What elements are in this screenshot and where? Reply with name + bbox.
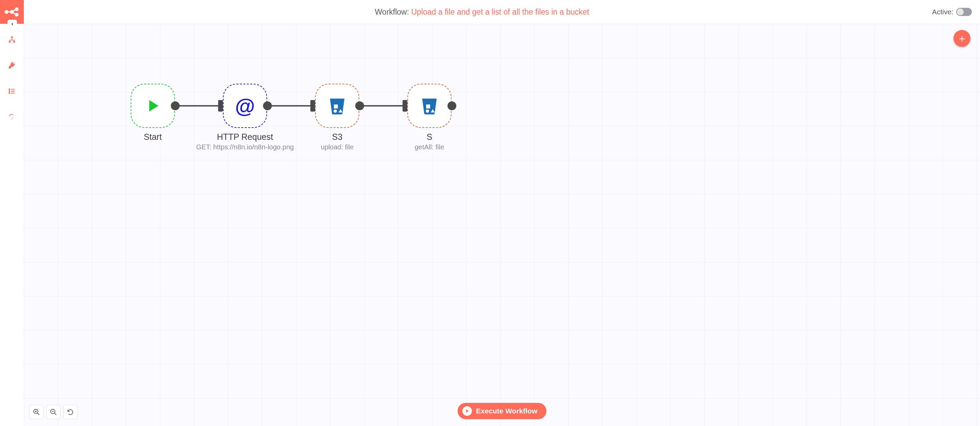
execute-label: Execute Workflow — [476, 407, 538, 415]
zoom-in-button[interactable] — [29, 405, 43, 419]
sidebar-item-executions[interactable] — [6, 85, 18, 97]
zoom-out-icon — [50, 408, 57, 416]
active-label: Active: — [932, 8, 953, 16]
topbar: Workflow: Upload a file and get a list o… — [24, 0, 980, 24]
svg-line-21 — [37, 413, 40, 415]
workflow-name: Upload a file and get a list of all the … — [411, 8, 589, 16]
n8n-logo-icon — [5, 5, 19, 19]
svg-line-25 — [54, 413, 56, 415]
active-toggle[interactable] — [956, 8, 972, 16]
reset-zoom-button[interactable] — [63, 405, 78, 419]
svg-rect-5 — [9, 41, 11, 43]
node-start[interactable]: Start — [130, 84, 175, 128]
svg-rect-18 — [426, 105, 430, 108]
input-port[interactable] — [402, 100, 407, 111]
sidebar: › — [0, 0, 24, 426]
input-port[interactable] — [218, 100, 223, 111]
toggle-knob — [957, 8, 964, 15]
plus-icon: ＋ — [957, 32, 967, 46]
execute-workflow-button[interactable]: Execute Workflow — [458, 403, 546, 419]
sidebar-item-help[interactable] — [6, 111, 18, 123]
node-http-request[interactable]: @ HTTP Request GET: https://n8n.io/n8n-l… — [223, 84, 267, 128]
bucket-icon — [327, 95, 348, 116]
list-icon — [8, 87, 16, 95]
key-icon — [8, 62, 16, 69]
chevron-right-icon: › — [11, 21, 13, 27]
zoom-controls — [29, 405, 78, 419]
svg-point-2 — [15, 8, 18, 11]
sitemap-icon — [8, 36, 16, 43]
play-icon — [144, 97, 161, 114]
active-toggle-group: Active: — [932, 8, 972, 16]
node-subtitle: getAll: file — [375, 143, 484, 151]
at-icon: @ — [235, 94, 255, 118]
play-circle-icon — [463, 406, 472, 416]
zoom-in-icon — [33, 408, 40, 416]
output-port[interactable] — [171, 102, 180, 110]
svg-point-3 — [15, 13, 18, 16]
workflow-title-prefix: Workflow: — [375, 8, 411, 16]
workflow-title[interactable]: Workflow: Upload a file and get a list o… — [32, 8, 932, 17]
svg-point-11 — [9, 91, 10, 92]
output-port[interactable] — [355, 102, 364, 110]
main-area: Workflow: Upload a file and get a list o… — [24, 0, 980, 426]
add-node-button[interactable]: ＋ — [953, 30, 970, 47]
undo-icon — [67, 408, 74, 416]
canvas[interactable]: Start @ HTTP Request GET: https://n8n.io… — [24, 24, 980, 426]
input-port[interactable] — [310, 100, 315, 111]
expand-sidebar-button[interactable]: › — [8, 20, 17, 28]
svg-rect-6 — [13, 41, 15, 43]
bucket-icon — [419, 95, 440, 116]
svg-rect-16 — [334, 105, 338, 108]
svg-point-10 — [9, 89, 10, 90]
question-icon — [8, 113, 16, 121]
svg-point-12 — [9, 92, 10, 94]
svg-point-17 — [334, 110, 337, 113]
node-title: S — [375, 132, 484, 142]
sidebar-item-workflows[interactable] — [6, 33, 18, 46]
output-port[interactable] — [447, 102, 456, 110]
svg-rect-4 — [11, 37, 13, 38]
sidebar-item-credentials[interactable] — [6, 59, 18, 72]
svg-point-19 — [426, 110, 429, 113]
zoom-out-button[interactable] — [46, 405, 60, 419]
output-port[interactable] — [263, 102, 272, 110]
node-s3-upload[interactable]: S3 upload: file — [315, 84, 360, 128]
node-s3-getall[interactable]: S getAll: file — [407, 84, 452, 128]
node-links — [24, 24, 980, 426]
svg-point-0 — [5, 11, 8, 13]
